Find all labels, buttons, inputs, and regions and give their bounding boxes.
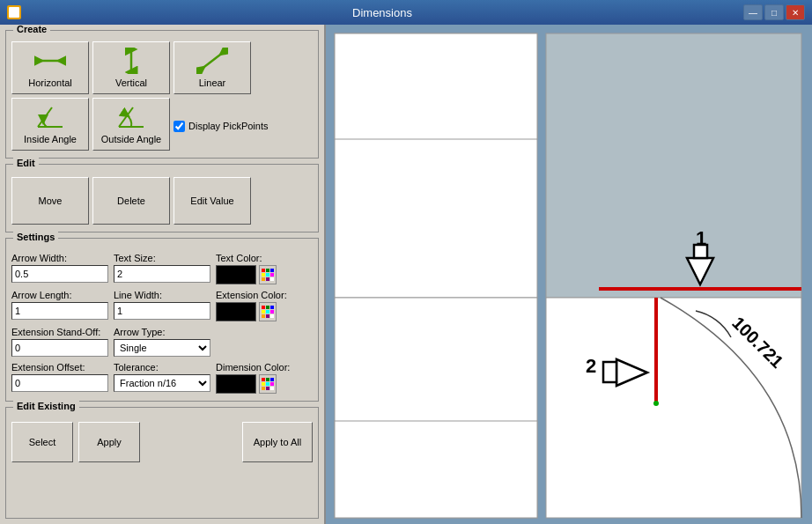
svg-rect-43 (335, 421, 537, 518)
title-bar-left (7, 5, 21, 19)
edit-section: Edit Move Delete Edit Value (5, 164, 319, 232)
svg-rect-17 (262, 306, 265, 309)
minimize-button[interactable]: — (743, 4, 763, 20)
svg-rect-24 (266, 314, 269, 318)
horizontal-button[interactable]: Horizontal (11, 41, 89, 94)
extension-standoff-item: Extension Stand-Off: (11, 327, 108, 357)
linear-button[interactable]: Linear (173, 41, 251, 94)
svg-rect-37 (335, 33, 537, 139)
svg-rect-38 (546, 33, 801, 298)
outside-angle-button[interactable]: Outside Angle (92, 98, 170, 151)
arrow-width-label: Arrow Width: (11, 253, 108, 263)
extension-standoff-input[interactable] (11, 339, 108, 357)
drawing-canvas: 1 2 100.721 (326, 25, 812, 524)
arrow-length-input[interactable] (11, 302, 108, 320)
close-button[interactable]: ✕ (786, 4, 805, 20)
arrow-type-label: Arrow Type: (114, 327, 210, 337)
display-pickpoints-checkbox[interactable] (173, 121, 185, 132)
inside-angle-button[interactable]: Inside Angle (11, 98, 89, 151)
svg-rect-26 (262, 378, 265, 381)
main-content: Create Horizontal Vertical (0, 25, 812, 524)
dimension-color-row (216, 374, 313, 394)
line-width-input[interactable] (114, 302, 210, 320)
svg-rect-13 (270, 273, 274, 277)
svg-point-48 (653, 401, 659, 406)
dimension-color-swatch[interactable] (216, 374, 256, 394)
edit-existing-title: Edit Existing (13, 401, 79, 411)
title-bar: Dimensions — □ ✕ (0, 0, 812, 25)
vertical-icon (115, 48, 147, 74)
text-color-label: Text Color: (216, 253, 313, 263)
text-color-item: Text Color: (216, 253, 313, 284)
select-button[interactable]: Select (11, 422, 73, 462)
horizontal-label: Horizontal (28, 77, 72, 88)
extension-color-row (216, 302, 313, 321)
edit-value-button[interactable]: Edit Value (173, 177, 251, 225)
select-label: Select (29, 437, 56, 447)
window-controls: — □ ✕ (743, 4, 805, 20)
apply-to-all-button[interactable]: Apply to All (242, 422, 313, 462)
vertical-label: Vertical (115, 77, 147, 88)
delete-button[interactable]: Delete (92, 177, 170, 225)
line-width-item: Line Width: (114, 290, 210, 321)
svg-rect-41 (694, 245, 707, 258)
extension-standoff-label: Extension Stand-Off: (11, 327, 108, 337)
svg-rect-0 (9, 7, 19, 18)
left-panel: Create Horizontal Vertical (0, 25, 326, 524)
apply-button[interactable]: Apply (78, 422, 140, 462)
window-title: Dimensions (21, 6, 743, 19)
text-size-input[interactable] (114, 265, 210, 283)
arrow-length-label: Arrow Length: (11, 290, 108, 300)
arrow-type-select[interactable]: Single Double None (114, 339, 210, 357)
linear-label: Linear (199, 77, 226, 88)
edit-existing-section: Edit Existing Select Apply Apply to All (5, 407, 319, 519)
arrow-length-item: Arrow Length: (11, 290, 108, 321)
move-button[interactable]: Move (11, 177, 89, 225)
dimension-color-grid-btn[interactable] (259, 374, 277, 394)
outside-angle-icon (115, 104, 147, 130)
svg-rect-32 (262, 387, 265, 390)
svg-rect-44 (546, 298, 801, 518)
extension-color-swatch[interactable] (216, 302, 256, 321)
svg-rect-11 (262, 273, 265, 277)
horizontal-icon (34, 48, 66, 74)
settings-grid: Arrow Width: Text Size: Text Color: (11, 253, 313, 394)
edit-btn-group: Move Delete Edit Value (11, 177, 313, 225)
svg-rect-46 (603, 362, 616, 382)
spacer-row3 (216, 327, 313, 357)
right-panel: 1 2 100.721 (326, 25, 812, 524)
app-icon (7, 5, 21, 19)
svg-rect-34 (270, 387, 274, 390)
svg-rect-18 (266, 306, 269, 309)
line-width-label: Line Width: (114, 290, 210, 300)
text-color-swatch[interactable] (216, 265, 256, 284)
text-size-label: Text Size: (114, 253, 210, 263)
create-section-title: Create (13, 25, 50, 34)
extension-color-item: Extension Color: (216, 290, 313, 321)
extension-color-grid-btn[interactable] (259, 302, 277, 321)
dimension-color-label: Dimension Color: (216, 362, 313, 373)
tolerance-select[interactable]: Fraction n/16 Decimal None (114, 374, 210, 392)
text-size-item: Text Size: (114, 253, 210, 284)
maximize-button[interactable]: □ (764, 4, 784, 20)
text-color-grid-btn[interactable] (259, 265, 277, 284)
linear-icon (196, 48, 228, 74)
arrow-width-input[interactable] (11, 265, 108, 283)
dimension2-label: 2 (586, 355, 596, 377)
svg-rect-14 (262, 277, 265, 281)
edit-existing-btn-group: Select Apply Apply to All (11, 422, 313, 462)
vertical-button[interactable]: Vertical (92, 41, 170, 94)
svg-rect-33 (266, 387, 269, 390)
outside-angle-label: Outside Angle (101, 134, 162, 144)
svg-rect-19 (270, 306, 274, 309)
svg-rect-25 (270, 314, 274, 318)
create-btn-group: Horizontal Vertical Linear (11, 41, 313, 151)
extension-offset-input[interactable] (11, 374, 108, 392)
tolerance-label: Tolerance: (114, 362, 210, 373)
dimension-color-item: Dimension Color: (216, 362, 313, 394)
svg-rect-12 (266, 273, 269, 277)
svg-rect-23 (262, 314, 265, 318)
svg-rect-22 (270, 310, 274, 314)
svg-rect-21 (266, 310, 269, 314)
svg-line-3 (201, 52, 224, 70)
